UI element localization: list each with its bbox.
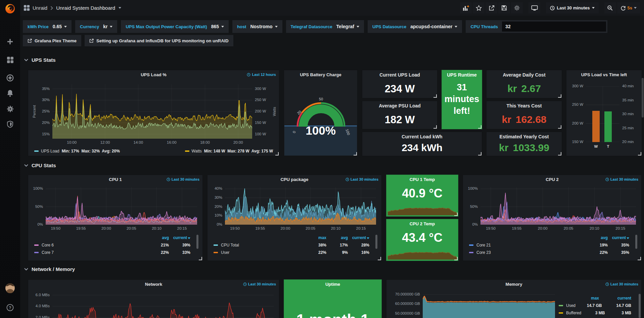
panel-title[interactable]: Current Load kWh xyxy=(362,132,482,139)
network-chart[interactable]: 6.0 MBs4.0 MBs2.0 MBs xyxy=(31,290,277,318)
dashboard-grid-icon[interactable] xyxy=(24,5,30,11)
legend-row[interactable]: User 22% 9% 16% xyxy=(211,249,378,256)
resize-handle[interactable] xyxy=(433,94,437,98)
panel-title[interactable]: Current UPS Load xyxy=(362,70,437,78)
legend-header-current[interactable]: current xyxy=(169,235,190,240)
panel-title[interactable]: CPU 1 Temp xyxy=(386,175,458,182)
legend-row[interactable]: Buffered 3 MB 3 MB xyxy=(556,309,633,317)
legend-header-avg[interactable]: avg xyxy=(586,235,608,240)
resize-handle[interactable] xyxy=(199,257,202,260)
help-icon[interactable]: ? xyxy=(0,301,20,314)
resize-handle[interactable] xyxy=(354,152,357,155)
legend-row[interactable]: Core 21 19% 35% xyxy=(466,241,638,249)
legend-row[interactable]: Core 7 22% 33% xyxy=(32,249,199,256)
resize-handle[interactable] xyxy=(478,152,481,155)
legend-row[interactable]: Core 6 21% 39% xyxy=(32,241,199,249)
legend-header-current[interactable]: current xyxy=(599,296,631,301)
variable-kwh-price[interactable]: kWh Price 0.65 xyxy=(23,20,72,33)
panel-title[interactable]: Uptime xyxy=(284,280,381,287)
ups-load-chart[interactable]: 10:0012:0014:0016:0018:0020:0035%300 W30… xyxy=(31,82,277,146)
time-range-picker[interactable]: Last 30 minutes xyxy=(546,2,598,13)
panel-title[interactable]: This Years Cost xyxy=(487,101,562,108)
panel-title[interactable]: UPS Runtime xyxy=(442,70,482,78)
cpu-package-chart[interactable]: 19:5019:5520:0020:0520:1020:1540%30%20%1… xyxy=(210,186,379,231)
ups-load-time-bar-chart[interactable]: 300 W250 W200 W150 W40 min35 min30 min25… xyxy=(569,80,639,152)
panel-title[interactable]: Average Daily Cost xyxy=(487,70,562,78)
variable-ups-max-output[interactable]: UPS Max Output Power Capacity (Watt) 865 xyxy=(121,20,229,33)
legend-scrollbar[interactable] xyxy=(635,235,637,249)
legend-item-ups-load[interactable]: UPS Load Min: 17% Max: 32% Avg: 20% xyxy=(34,149,120,153)
explore-icon[interactable] xyxy=(0,71,20,85)
panel-title[interactable]: UPS Load vs Time left xyxy=(566,70,642,77)
dashboards-icon[interactable] xyxy=(0,53,20,66)
star-button[interactable] xyxy=(473,2,485,13)
resize-handle[interactable] xyxy=(454,257,458,260)
cpu1-chart[interactable]: 19:5019:5520:0020:0520:1020:15100%50%0% xyxy=(31,186,200,231)
legend-item-watts[interactable]: Watts Min: 148 W Max: 278 W Avg: 175 W xyxy=(185,149,273,153)
legend-row[interactable]: Used 14.7 GB 14.7 GB xyxy=(556,302,633,309)
alerting-icon[interactable] xyxy=(0,87,20,100)
avatar[interactable] xyxy=(0,281,20,295)
legend-scrollbar[interactable] xyxy=(196,235,198,249)
legend-header-max[interactable]: max xyxy=(570,296,599,301)
save-button[interactable] xyxy=(498,2,510,13)
breadcrumb-folder[interactable]: Unraid xyxy=(33,5,47,11)
variable-value: apcupsd-container xyxy=(410,24,452,29)
resize-handle[interactable] xyxy=(275,152,279,155)
legend-swatch xyxy=(34,150,39,152)
variable-telegraf-datasource[interactable]: Telegraf Datasource Telegraf xyxy=(286,20,364,33)
legend-row[interactable]: Core 23 22% 35% xyxy=(466,249,638,256)
variable-host[interactable]: host Nostromo xyxy=(232,20,282,33)
panel-title[interactable]: Average PSU Load xyxy=(362,101,437,108)
legend-row[interactable]: CPU Total 38% 17% 28% xyxy=(211,241,378,249)
section-network-memory[interactable]: Network / Memory xyxy=(24,266,75,272)
link-grafana-plex-theme[interactable]: Grafana Plex Theme xyxy=(23,35,81,46)
link-grafana-influxdb-ups[interactable]: Setting up Grafana and InfluxDB for UPS … xyxy=(85,35,233,46)
create-icon[interactable] xyxy=(0,35,20,48)
variable-currency[interactable]: Currency kr xyxy=(75,20,117,33)
legend-header-avg[interactable]: avg xyxy=(147,235,169,240)
resize-handle[interactable] xyxy=(558,125,561,129)
legend-header-current[interactable]: current xyxy=(608,235,629,240)
panel-title[interactable]: CPU 2 Temp xyxy=(386,219,458,226)
panel-title[interactable]: UPS Load % xyxy=(28,70,279,77)
resize-handle[interactable] xyxy=(638,257,641,260)
section-ups-stats[interactable]: UPS Stats xyxy=(24,57,56,63)
panel-title[interactable]: Estimated Yearly Cost xyxy=(487,132,562,139)
chevron-down-icon[interactable] xyxy=(119,7,121,9)
legend-scrollbar[interactable] xyxy=(639,294,641,318)
resize-handle[interactable] xyxy=(433,125,437,129)
resize-handle[interactable] xyxy=(378,257,381,260)
x-axis-tick: 19:55 xyxy=(250,226,270,230)
legend-header-max[interactable]: max xyxy=(305,235,326,240)
legend-header-current[interactable]: current xyxy=(348,235,369,240)
refresh-picker[interactable]: 5s xyxy=(617,2,640,13)
settings-button[interactable] xyxy=(511,2,523,13)
legend-scrollbar[interactable] xyxy=(375,235,377,249)
stat-value: 234 kWh xyxy=(362,142,482,153)
resize-handle[interactable] xyxy=(558,94,561,98)
cycle-view-button[interactable] xyxy=(528,2,540,13)
page-scrollbar[interactable] xyxy=(642,78,644,118)
share-button[interactable] xyxy=(486,2,497,13)
legend-header-avg[interactable]: avg xyxy=(326,235,348,240)
battery-gauge[interactable]: 02050100 xyxy=(284,70,358,156)
server-admin-shield-icon[interactable] xyxy=(0,118,20,131)
resize-handle[interactable] xyxy=(558,152,561,155)
resize-handle[interactable] xyxy=(638,152,641,155)
add-panel-button[interactable] xyxy=(460,2,472,13)
section-cpu-stats[interactable]: CPU Stats xyxy=(24,163,56,168)
cpu2-chart[interactable]: 19:5019:5520:0020:0520:1020:15100%50%0% xyxy=(466,186,639,231)
resize-handle[interactable] xyxy=(454,213,458,216)
cpu-threads-input[interactable] xyxy=(502,21,606,32)
variable-ups-datasource[interactable]: UPS Datasource apcupsd-container xyxy=(368,20,462,33)
breadcrumb-dashboard[interactable]: Unraid System Dashboard xyxy=(56,5,115,11)
resize-handle[interactable] xyxy=(478,125,481,129)
zoom-out-button[interactable] xyxy=(604,2,616,13)
configuration-icon[interactable] xyxy=(0,102,20,116)
panel-title[interactable]: Network xyxy=(28,280,279,287)
memory-chart[interactable]: 70.000000 GB60.000000 GB50.000000 GB xyxy=(389,289,557,318)
grafana-logo-icon[interactable] xyxy=(0,2,20,15)
variable-label: Currency xyxy=(80,24,99,29)
panel-title[interactable]: Memory xyxy=(386,280,641,287)
